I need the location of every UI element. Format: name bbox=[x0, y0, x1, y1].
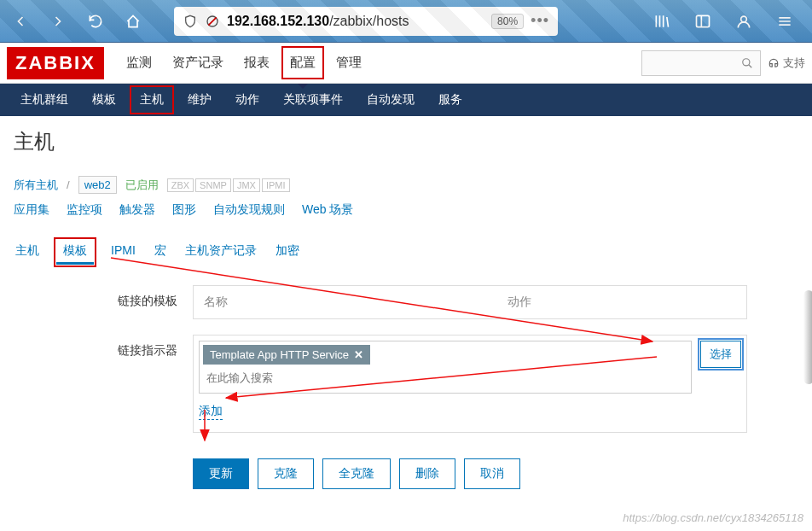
status-enabled: 已启用 bbox=[125, 178, 159, 193]
subnav-templates[interactable]: 模板 bbox=[82, 85, 126, 114]
zabbix-logo[interactable]: ZABBIX bbox=[7, 47, 104, 79]
blocked-icon bbox=[205, 14, 220, 29]
menu-icon[interactable] bbox=[771, 8, 798, 35]
select-button[interactable]: 选择 bbox=[700, 341, 741, 368]
svg-point-3 bbox=[741, 16, 747, 22]
shadow-decoration bbox=[803, 290, 812, 384]
sub-nav: 主机群组 模板 主机 维护 动作 关联项事件 自动发现 服务 bbox=[0, 84, 812, 116]
content-area: 主机 所有主机 / web2 已启用 ZBX SNMP JMX IPMI 应用集… bbox=[0, 116, 812, 501]
menu-configuration[interactable]: 配置 bbox=[281, 46, 324, 79]
watermark: https://blog.csdn.net/cyx1834265118 bbox=[623, 511, 803, 524]
support-link[interactable]: 支持 bbox=[768, 55, 805, 71]
address-bar[interactable]: 192.168.152.130/zabbix/hosts 80% ••• bbox=[174, 7, 558, 36]
tab-templates[interactable]: 模板 bbox=[56, 240, 94, 265]
url-overflow-icon[interactable]: ••• bbox=[531, 12, 549, 30]
browser-toolbar: 192.168.152.130/zabbix/hosts 80% ••• bbox=[0, 0, 812, 43]
link-triggers[interactable]: 触发器 bbox=[119, 202, 155, 218]
badge-zbx: ZBX bbox=[167, 178, 194, 192]
col-name-header: 名称 bbox=[194, 286, 497, 318]
menu-monitoring[interactable]: 监测 bbox=[118, 46, 160, 79]
menu-administration[interactable]: 管理 bbox=[328, 46, 370, 79]
svg-line-1 bbox=[208, 17, 216, 25]
headset-icon bbox=[768, 57, 780, 69]
back-button[interactable] bbox=[7, 8, 34, 35]
tab-host[interactable]: 主机 bbox=[14, 240, 41, 265]
cancel-button[interactable]: 取消 bbox=[464, 458, 520, 489]
page-title: 主机 bbox=[14, 128, 798, 155]
svg-rect-2 bbox=[697, 15, 710, 26]
label-linked-templates: 链接的模板 bbox=[99, 285, 193, 309]
tab-macros[interactable]: 宏 bbox=[153, 240, 168, 265]
search-icon bbox=[741, 57, 753, 69]
menu-inventory[interactable]: 资产记录 bbox=[164, 46, 232, 79]
zoom-badge[interactable]: 80% bbox=[491, 14, 524, 29]
clone-button[interactable]: 克隆 bbox=[258, 458, 314, 489]
link-applications[interactable]: 应用集 bbox=[14, 202, 49, 218]
remove-tag-icon[interactable]: ✕ bbox=[354, 348, 363, 361]
template-search-input[interactable] bbox=[203, 366, 687, 389]
full-clone-button[interactable]: 全克隆 bbox=[322, 458, 391, 489]
breadcrumb-all-hosts[interactable]: 所有主机 bbox=[14, 178, 58, 193]
forward-button[interactable] bbox=[44, 8, 72, 35]
template-multiselect[interactable]: Template App HTTP Service✕ bbox=[199, 341, 692, 394]
subnav-services[interactable]: 服务 bbox=[428, 85, 473, 114]
svg-point-4 bbox=[743, 58, 750, 65]
protocol-badges: ZBX SNMP JMX IPMI bbox=[167, 178, 290, 192]
menu-reports[interactable]: 报表 bbox=[235, 46, 278, 79]
linked-templates-table: 名称 动作 bbox=[193, 285, 747, 319]
subnav-hostgroups[interactable]: 主机群组 bbox=[10, 85, 78, 114]
action-buttons: 更新 克隆 全克隆 删除 取消 bbox=[193, 458, 798, 489]
sidebar-icon[interactable] bbox=[689, 8, 716, 35]
tab-inventory[interactable]: 主机资产记录 bbox=[183, 240, 258, 265]
badge-jmx: JMX bbox=[233, 178, 260, 192]
subnav-correlation[interactable]: 关联项事件 bbox=[273, 85, 353, 114]
search-input[interactable] bbox=[641, 50, 761, 76]
badge-snmp: SNMP bbox=[195, 178, 231, 192]
url-text: 192.168.152.130/zabbix/hosts bbox=[227, 14, 484, 29]
tab-encryption[interactable]: 加密 bbox=[274, 240, 301, 265]
subnav-discovery[interactable]: 自动发现 bbox=[357, 85, 425, 114]
breadcrumb-separator: / bbox=[67, 178, 70, 191]
subnav-maintenance[interactable]: 维护 bbox=[177, 85, 222, 114]
tab-ipmi[interactable]: IPMI bbox=[109, 240, 137, 265]
home-button[interactable] bbox=[119, 8, 147, 35]
shield-icon bbox=[183, 14, 198, 29]
label-link-indicator: 链接指示器 bbox=[99, 335, 193, 359]
template-tag: Template App HTTP Service✕ bbox=[203, 345, 370, 365]
reload-button[interactable] bbox=[82, 8, 109, 35]
delete-button[interactable]: 删除 bbox=[399, 458, 455, 489]
host-links: 应用集 监控项 触发器 图形 自动发现规则 Web 场景 bbox=[14, 202, 798, 218]
main-menu: 监测 资产记录 报表 配置 管理 bbox=[118, 46, 370, 79]
link-graphs[interactable]: 图形 bbox=[172, 202, 196, 218]
link-web-scenarios[interactable]: Web 场景 bbox=[302, 202, 353, 218]
library-icon[interactable] bbox=[648, 8, 676, 35]
breadcrumb-host[interactable]: web2 bbox=[78, 176, 117, 194]
col-action-header: 动作 bbox=[497, 286, 542, 318]
link-items[interactable]: 监控项 bbox=[67, 202, 102, 218]
subnav-hosts[interactable]: 主机 bbox=[130, 85, 174, 114]
link-discovery-rules[interactable]: 自动发现规则 bbox=[213, 202, 285, 218]
badge-ipmi: IPMI bbox=[262, 178, 290, 192]
subnav-actions[interactable]: 动作 bbox=[225, 85, 270, 114]
account-icon[interactable] bbox=[730, 8, 757, 35]
add-link[interactable]: 添加 bbox=[199, 404, 223, 420]
tabs: 主机 模板 IPMI 宏 主机资产记录 加密 bbox=[14, 240, 798, 265]
update-button[interactable]: 更新 bbox=[193, 458, 249, 489]
app-header: ZABBIX 监测 资产记录 报表 配置 管理 支持 bbox=[0, 43, 812, 84]
breadcrumb: 所有主机 / web2 已启用 ZBX SNMP JMX IPMI bbox=[14, 176, 798, 194]
